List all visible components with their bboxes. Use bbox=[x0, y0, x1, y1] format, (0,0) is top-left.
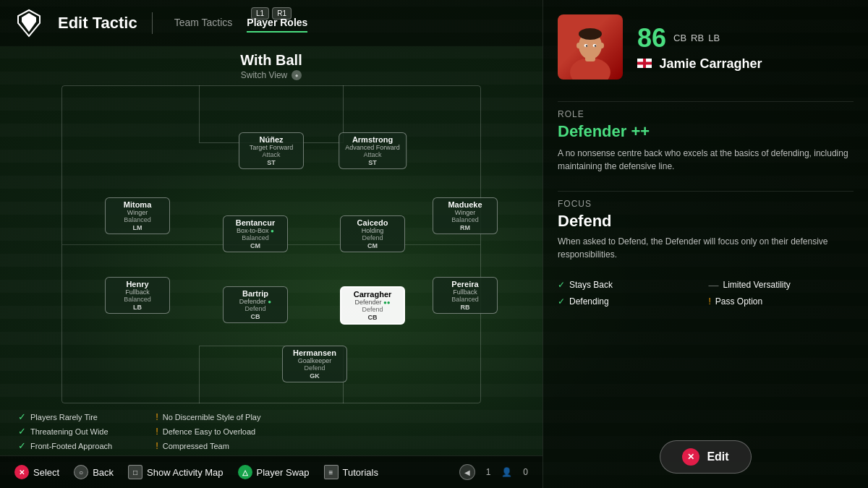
player-card-pereira[interactable]: Pereira Fullback Balanced RB bbox=[433, 277, 498, 314]
player-rating-info: 86 CB RB LB bbox=[637, 23, 854, 72]
stat-threatening: ✓ Threatening Out Wide bbox=[18, 426, 112, 437]
focus-title: Defend bbox=[558, 212, 854, 231]
rating-positions: 86 CB RB LB bbox=[637, 23, 854, 53]
tutorials-button[interactable]: ≡ Tutorials bbox=[324, 465, 378, 479]
header-divider bbox=[152, 12, 153, 34]
trait-limited-versatility: — Limited Versatility bbox=[709, 279, 854, 291]
england-flag-icon bbox=[637, 59, 652, 68]
trait-label-pass-option: Pass Option bbox=[715, 296, 762, 307]
svg-point-9 bbox=[595, 45, 596, 46]
role-description: A no nonsense centre back who excels at … bbox=[558, 147, 854, 173]
position-rb: RB bbox=[691, 33, 704, 43]
role-section: Role Defender ++ A no nonsense centre ba… bbox=[558, 109, 854, 173]
warn-icon-2: ! bbox=[156, 426, 158, 437]
warn-icon-1: ! bbox=[156, 411, 158, 422]
left-panel: Edit Tactic Team Tactics Player Roles L1… bbox=[0, 0, 542, 488]
trait-label-defending: Defending bbox=[569, 296, 609, 307]
stat-defence-easy: ! Defence Easy to Overload bbox=[156, 426, 260, 437]
divider-2 bbox=[558, 191, 854, 192]
player-card-bentancur[interactable]: Bentancur Box-to-Box ● Balanced CM bbox=[223, 215, 288, 252]
edit-x-icon: ✕ bbox=[682, 448, 699, 466]
player-card-carragher[interactable]: Carragher Defender ●● Defend CB bbox=[340, 286, 405, 325]
svg-point-10 bbox=[576, 43, 581, 48]
player-card-mitoma[interactable]: Mitoma Winger Balanced LM bbox=[105, 197, 170, 234]
edit-button[interactable]: ✕ Edit bbox=[660, 440, 751, 474]
switch-view[interactable]: Switch View ● bbox=[0, 70, 542, 80]
player-card-madueke[interactable]: Madueke Winger Balanced RM bbox=[433, 197, 498, 234]
circle-button-icon: ○ bbox=[74, 465, 88, 479]
check-icon-2: ✓ bbox=[18, 426, 26, 437]
switch-view-label: Switch View bbox=[241, 70, 287, 80]
check-icon-1: ✓ bbox=[18, 411, 26, 422]
square-button-icon: □ bbox=[128, 465, 142, 479]
stat-front-footed: ✓ Front-Footed Approach bbox=[18, 440, 112, 451]
controller-hints-top: L1 R1 bbox=[251, 7, 292, 20]
page-number: 1 bbox=[486, 467, 491, 477]
player-icon: 👤 bbox=[501, 467, 512, 477]
position-cb: CB bbox=[673, 33, 686, 43]
page-title: Edit Tactic bbox=[58, 14, 137, 33]
player-swap-button[interactable]: △ Player Swap bbox=[238, 465, 310, 479]
focus-label: Focus bbox=[558, 199, 854, 209]
pitch-title-section: With Ball Switch View ● bbox=[0, 46, 542, 82]
player-rating: 86 bbox=[637, 23, 666, 53]
player-avatar bbox=[558, 14, 623, 80]
warn-icon-pass: ! bbox=[709, 296, 711, 307]
pitch-field: Núñez Target Forward Attack ST Armstrong… bbox=[61, 85, 481, 403]
right-panel: 86 CB RB LB bbox=[542, 0, 868, 488]
role-label: Role bbox=[558, 109, 854, 119]
back-button[interactable]: ○ Back bbox=[74, 465, 114, 479]
player-count: 0 bbox=[523, 467, 528, 477]
warn-icon-3: ! bbox=[156, 440, 158, 451]
team-stats: ✓ Players Rarely Tire ✓ Threatening Out … bbox=[0, 407, 542, 455]
pitch-container: Núñez Target Forward Attack ST Armstrong… bbox=[14, 85, 528, 403]
stat-compressed: ! Compressed Team bbox=[156, 440, 260, 451]
check-icon-3: ✓ bbox=[18, 440, 26, 451]
trait-label-limited-versatility: Limited Versatility bbox=[723, 280, 791, 290]
trait-defending: ✓ Defending bbox=[558, 296, 703, 307]
edit-label: Edit bbox=[707, 450, 728, 463]
switch-view-icon: ● bbox=[292, 70, 302, 80]
player-name-text: Jamie Carragher bbox=[659, 56, 762, 71]
dash-icon-versatility: — bbox=[709, 279, 719, 291]
tab-team-tactics[interactable]: Team Tactics bbox=[174, 14, 233, 33]
edit-button-wrap: ✕ Edit bbox=[558, 440, 854, 474]
l1-button[interactable]: L1 bbox=[251, 7, 269, 20]
trait-pass-option: ! Pass Option bbox=[709, 296, 854, 307]
svg-point-8 bbox=[586, 45, 587, 46]
role-title: Defender ++ bbox=[558, 122, 854, 141]
check-icon-stays-back: ✓ bbox=[558, 280, 565, 290]
trait-label-stays-back: Stays Back bbox=[569, 280, 613, 290]
position-lb: LB bbox=[708, 33, 720, 43]
player-card-henry[interactable]: Henry Fullback Balanced LB bbox=[105, 277, 170, 314]
player-card-hermansen[interactable]: Hermansen Goalkeeper Defend GK bbox=[282, 346, 347, 382]
check-icon-defending: ✓ bbox=[558, 296, 565, 307]
player-full-name: Jamie Carragher bbox=[637, 56, 854, 72]
triangle-button-icon: △ bbox=[238, 465, 252, 479]
pitch-view-title: With Ball bbox=[0, 52, 542, 69]
trait-stays-back: ✓ Stays Back bbox=[558, 279, 703, 291]
select-button[interactable]: ✕ Select bbox=[14, 465, 59, 479]
positions-list: CB RB LB bbox=[673, 33, 720, 43]
player-card-bartrip[interactable]: Bartrip Defender ● Defend CB bbox=[223, 286, 288, 323]
svg-point-5 bbox=[579, 28, 602, 40]
bottom-actions: ✕ Select ○ Back □ Show Activity Map △ Pl… bbox=[14, 465, 378, 479]
divider-1 bbox=[558, 101, 854, 102]
svg-point-11 bbox=[600, 43, 604, 48]
show-activity-map-button[interactable]: □ Show Activity Map bbox=[128, 465, 224, 479]
traits-grid: ✓ Stays Back — Limited Versatility ✓ Def… bbox=[558, 279, 854, 307]
app-logo bbox=[14, 9, 43, 38]
nav-left-icon[interactable]: ◀ bbox=[459, 464, 475, 480]
svg-rect-14 bbox=[637, 62, 652, 65]
player-card-nunez[interactable]: Núñez Target Forward Attack ST bbox=[239, 132, 304, 169]
player-card-caicedo[interactable]: Caicedo Holding Defend CM bbox=[340, 215, 405, 252]
focus-section: Focus Defend When asked to Defend, the D… bbox=[558, 199, 854, 261]
focus-description: When asked to Defend, the Defender will … bbox=[558, 235, 854, 261]
x-button-icon: ✕ bbox=[14, 465, 29, 479]
player-info-header: 86 CB RB LB bbox=[558, 14, 854, 80]
r1-button[interactable]: R1 bbox=[272, 7, 292, 20]
player-card-armstrong[interactable]: Armstrong Advanced Forward Attack ST bbox=[339, 132, 407, 169]
stat-players-tire: ✓ Players Rarely Tire bbox=[18, 411, 112, 422]
bottom-right-nav: ◀ 1 👤 0 bbox=[459, 464, 528, 480]
options-button-icon: ≡ bbox=[324, 465, 339, 479]
